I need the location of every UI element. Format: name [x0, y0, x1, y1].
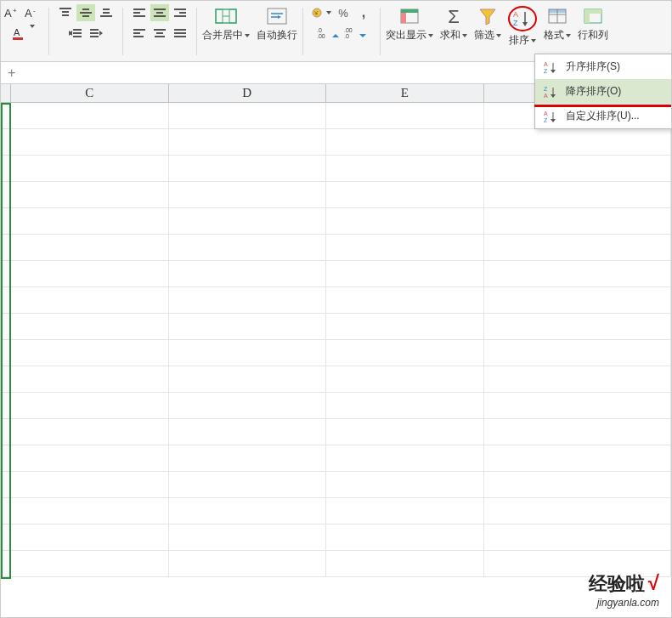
increase-indent-icon[interactable] [87, 25, 105, 42]
grid-cell[interactable] [326, 103, 484, 129]
grid-cell[interactable] [1, 287, 11, 314]
grid-cell[interactable] [484, 524, 671, 551]
spreadsheet-grid[interactable] [1, 103, 671, 577]
grid-cell[interactable] [1, 340, 11, 366]
grid-cell[interactable] [11, 551, 169, 577]
grid-cell[interactable] [169, 419, 327, 445]
align-justify-icon[interactable] [171, 25, 189, 42]
grid-cell[interactable] [1, 314, 11, 340]
grid-cell[interactable] [11, 340, 169, 366]
align-right-icon[interactable] [171, 4, 189, 21]
grid-cell[interactable] [11, 156, 169, 182]
grid-cell[interactable] [11, 419, 169, 445]
grid-cell[interactable] [1, 551, 11, 577]
percent-icon[interactable]: % [334, 4, 353, 21]
grid-cell[interactable] [169, 498, 327, 524]
comma-icon[interactable]: , [354, 4, 373, 21]
grid-cell[interactable] [326, 551, 484, 577]
align-top-icon[interactable] [56, 4, 75, 21]
grid-cell[interactable] [484, 261, 671, 287]
grid-cell[interactable] [484, 498, 671, 524]
grid-cell[interactable] [169, 340, 327, 366]
sort-desc-item[interactable]: ZA 降序排序(O) [535, 79, 671, 104]
grid-cell[interactable] [484, 472, 671, 498]
grid-cell[interactable] [169, 235, 327, 261]
grid-cell[interactable] [326, 129, 484, 156]
grid-cell[interactable] [484, 208, 671, 235]
chevron-down-icon[interactable] [496, 34, 501, 37]
align-left2-icon[interactable] [130, 25, 149, 42]
grid-cell[interactable] [1, 393, 11, 419]
align-bottom-icon[interactable] [97, 4, 116, 21]
grid-cell[interactable] [169, 472, 327, 498]
col-header-c[interactable]: C [11, 84, 169, 102]
increase-font-icon[interactable]: A+ [3, 4, 21, 21]
grid-cell[interactable] [11, 261, 169, 287]
grid-cell[interactable] [326, 524, 484, 551]
grid-cell[interactable] [169, 393, 327, 419]
font-color-icon[interactable]: A [9, 25, 28, 42]
grid-cell[interactable] [1, 366, 11, 393]
grid-cell[interactable] [326, 235, 484, 261]
grid-cell[interactable] [11, 208, 169, 235]
grid-cell[interactable] [326, 156, 484, 182]
grid-cell[interactable] [169, 103, 327, 129]
decrease-decimal-icon[interactable]: .00.0 [342, 25, 368, 42]
grid-cell[interactable] [169, 261, 327, 287]
row-col-button[interactable]: 行和列 [574, 4, 608, 44]
chevron-down-icon[interactable] [462, 34, 467, 37]
chevron-down-icon[interactable] [245, 34, 250, 37]
filter-button[interactable]: 筛选 [471, 4, 505, 44]
chevron-down-icon[interactable] [566, 34, 571, 37]
align-center2-icon[interactable] [150, 25, 169, 42]
grid-cell[interactable] [326, 340, 484, 366]
grid-cell[interactable] [484, 235, 671, 261]
highlight-button[interactable]: 突出显示 [382, 4, 437, 44]
sort-custom-item[interactable]: AZ 自定义排序(U)... [535, 104, 671, 128]
grid-cell[interactable] [169, 524, 327, 551]
grid-cell[interactable] [484, 156, 671, 182]
grid-cell[interactable] [326, 261, 484, 287]
grid-cell[interactable] [326, 366, 484, 393]
grid-cell[interactable] [169, 314, 327, 340]
grid-cell[interactable] [1, 156, 11, 182]
grid-cell[interactable] [1, 524, 11, 551]
grid-cell[interactable] [11, 498, 169, 524]
grid-cell[interactable] [11, 472, 169, 498]
chevron-down-icon[interactable] [428, 34, 433, 37]
grid-cell[interactable] [169, 182, 327, 208]
grid-cell[interactable] [1, 208, 11, 235]
grid-cell[interactable] [326, 445, 484, 472]
sort-asc-item[interactable]: AZ 升序排序(S) [535, 54, 671, 79]
grid-cell[interactable] [11, 393, 169, 419]
format-button[interactable]: 格式 [540, 4, 574, 44]
decrease-indent-icon[interactable] [66, 25, 85, 42]
grid-cell[interactable] [1, 129, 11, 156]
grid-cell[interactable] [1, 103, 11, 129]
col-header-e[interactable]: E [326, 84, 484, 102]
grid-cell[interactable] [11, 103, 169, 129]
sum-button[interactable]: Σ 求和 [437, 4, 471, 44]
grid-cell[interactable] [11, 445, 169, 472]
grid-cell[interactable] [11, 287, 169, 314]
grid-cell[interactable] [484, 445, 671, 472]
grid-cell[interactable] [326, 393, 484, 419]
grid-cell[interactable] [326, 287, 484, 314]
grid-cell[interactable] [169, 208, 327, 235]
chevron-down-icon[interactable] [326, 11, 331, 14]
grid-cell[interactable] [169, 366, 327, 393]
grid-cell[interactable] [1, 261, 11, 287]
increase-decimal-icon[interactable]: .0.00 [315, 25, 341, 42]
grid-cell[interactable] [169, 129, 327, 156]
chevron-down-icon[interactable] [531, 39, 536, 43]
merge-center-button[interactable]: 合并居中 [199, 4, 253, 44]
grid-cell[interactable] [484, 287, 671, 314]
grid-cell[interactable] [1, 419, 11, 445]
grid-cell[interactable] [169, 551, 327, 577]
align-left-icon[interactable] [130, 4, 149, 21]
sort-button[interactable]: AZ 排序 [505, 4, 540, 49]
grid-cell[interactable] [326, 314, 484, 340]
grid-cell[interactable] [1, 182, 11, 208]
decrease-font-icon[interactable]: A- [23, 4, 42, 21]
grid-cell[interactable] [484, 129, 671, 156]
